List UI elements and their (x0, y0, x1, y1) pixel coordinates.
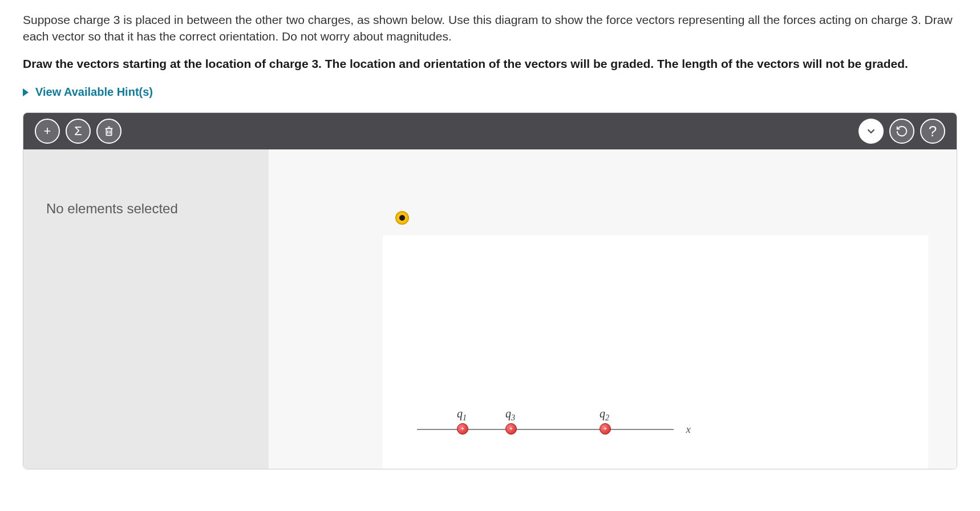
workspace: No elements selected q1 + q3 + q2 (23, 149, 957, 469)
reset-icon (896, 125, 908, 137)
target-dot-icon (399, 215, 405, 221)
reset-button[interactable] (889, 119, 914, 144)
trash-icon (103, 125, 115, 137)
charge-label-q3: q3 (505, 407, 515, 423)
hints-label: View Available Hint(s) (35, 86, 153, 99)
drawing-widget: + Σ (23, 112, 957, 469)
toolbar: + Σ (23, 113, 957, 149)
question-paragraph-2: Draw the vectors starting at the locatio… (23, 55, 957, 72)
charge-q3: + (505, 423, 517, 435)
svg-rect-0 (106, 129, 111, 136)
charge-q1: + (457, 423, 468, 435)
chevron-down-icon (865, 125, 877, 137)
charge-q2: + (600, 423, 611, 435)
properties-sidebar: No elements selected (23, 149, 269, 469)
charge-label-q1: q1 (457, 407, 467, 423)
caret-right-icon (23, 88, 29, 96)
help-button[interactable]: ? (920, 119, 945, 144)
drawing-canvas[interactable]: q1 + q3 + q2 + x (269, 149, 957, 469)
charge-diagram: q1 + q3 + q2 + x (417, 400, 691, 446)
question-icon: ? (929, 123, 937, 140)
x-axis-line (417, 429, 674, 430)
sigma-icon: Σ (74, 124, 82, 139)
charge-label-q2: q2 (600, 407, 609, 423)
target-marker[interactable] (395, 211, 409, 225)
dropdown-button[interactable] (858, 119, 884, 144)
sum-button[interactable]: Σ (66, 119, 91, 144)
selection-status: No elements selected (46, 201, 246, 217)
view-hints-link[interactable]: View Available Hint(s) (23, 86, 957, 99)
question-paragraph-1: Suppose charge 3 is placed in between th… (23, 11, 957, 45)
plus-icon: + (44, 124, 51, 139)
delete-button[interactable] (96, 119, 122, 144)
axis-label-x: x (686, 423, 691, 436)
add-vector-button[interactable]: + (35, 119, 60, 144)
